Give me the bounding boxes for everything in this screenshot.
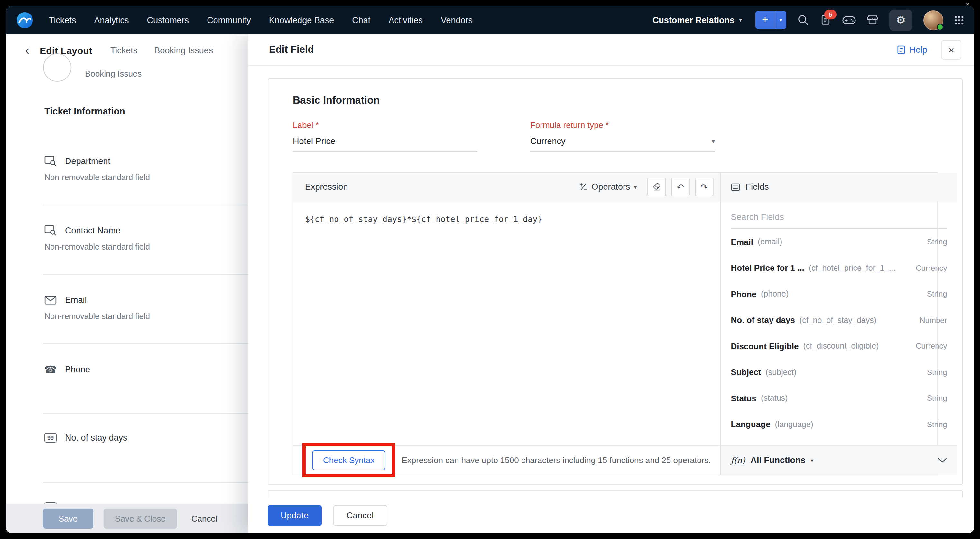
search-fields-input[interactable] (731, 201, 947, 229)
layout-field-no-of-stay-days[interactable]: 99 No. of stay days (43, 413, 248, 483)
help-link[interactable]: Help (897, 45, 927, 54)
basic-information-card: Basic Information Label * (268, 78, 963, 485)
top-navbar: Tickets Analytics Customers Community Kn… (6, 6, 974, 34)
help-label: Help (909, 45, 927, 54)
fields-panel-header: Fields (720, 173, 958, 201)
app-window: Tickets Analytics Customers Community Kn… (6, 6, 974, 533)
edit-layout-panel: ‹ Edit Layout Tickets Booking Issues Boo… (6, 34, 248, 533)
plus-icon[interactable]: + (756, 11, 775, 29)
nav-item-tickets[interactable]: Tickets (49, 15, 76, 25)
field-row-no-of-stay-days[interactable]: No. of stay days (cf_no_of_stay_days) Nu… (731, 307, 947, 333)
chevron-down-icon: ▾ (634, 184, 637, 190)
redo-icon[interactable]: ↷ (695, 178, 714, 196)
field-row-language[interactable]: Language (language) String (731, 411, 947, 437)
operators-icon (579, 183, 587, 191)
back-chevron-icon[interactable]: ‹ (25, 44, 29, 57)
field-note: Non-removable standard field (45, 173, 248, 182)
modal-footer: Update Cancel (248, 497, 974, 533)
layout-field-contact-name[interactable]: Contact Name Non-removable standard fiel… (43, 205, 248, 275)
modal-title: Edit Field (269, 44, 314, 55)
field-note: Non-removable standard field (45, 312, 248, 321)
field-row-discount-eligible[interactable]: Discount Eligible (cf_discount_eligible)… (731, 333, 947, 359)
nav-item-analytics[interactable]: Analytics (94, 15, 129, 25)
nav-item-activities[interactable]: Activities (388, 15, 423, 25)
gamification-icon[interactable] (842, 15, 856, 25)
collapse-chevron-icon[interactable] (937, 457, 947, 463)
expression-footer: Check Syntax Expression can have upto 15… (293, 445, 720, 475)
required-asterisk: * (606, 120, 609, 130)
number-field-icon: 99 (45, 433, 57, 442)
nav-item-vendors[interactable]: Vendors (441, 15, 473, 25)
layout-subheader: Booking Issues (6, 66, 248, 88)
field-row-hotel-price-for-1-day[interactable]: Hotel Price for 1 ... (cf_hotel_price_fo… (731, 255, 947, 281)
lookup-icon (45, 155, 57, 167)
edit-layout-header: ‹ Edit Layout Tickets Booking Issues (6, 34, 248, 66)
online-status-dot (937, 24, 943, 30)
update-button[interactable]: Update (268, 505, 321, 526)
field-row-subject[interactable]: Subject (subject) String (731, 359, 947, 385)
avatar[interactable] (923, 10, 943, 30)
department-label: Customer Relations (652, 15, 735, 25)
modal-header: Edit Field Help × (248, 34, 974, 65)
annotation-highlight-box: Check Syntax (302, 443, 395, 477)
nav-item-customers[interactable]: Customers (147, 15, 189, 25)
field-row-email[interactable]: Email (email) String (731, 229, 947, 255)
layout-field-phone[interactable]: ☎ Phone (43, 344, 248, 413)
label-field-label: Label * (293, 120, 477, 130)
operators-label: Operators (591, 182, 630, 192)
return-type-select[interactable]: Currency ▾ (530, 136, 715, 152)
field-label: No. of stay days (65, 433, 127, 442)
nav-item-knowledge-base[interactable]: Knowledge Base (269, 15, 334, 25)
section-title-ticket-information: Ticket Information (45, 106, 248, 116)
plus-caret-icon[interactable]: ▾ (775, 11, 786, 29)
modal-cancel-button[interactable]: Cancel (333, 505, 387, 526)
modal-body: Basic Information Label * (248, 65, 974, 497)
operators-dropdown[interactable]: Operators ▾ (579, 182, 637, 192)
layout-field-email[interactable]: Email Non-removable standard field (43, 275, 248, 344)
eraser-icon[interactable] (648, 178, 666, 196)
notification-badge: 5 (824, 10, 837, 19)
save-and-close-button[interactable]: Save & Close (103, 509, 177, 528)
undo-icon[interactable]: ↶ (671, 178, 690, 196)
tab-tickets[interactable]: Tickets (110, 45, 138, 55)
field-row-phone[interactable]: Phone (phone) String (731, 281, 947, 307)
expression-title: Expression (305, 182, 348, 192)
layout-field-department[interactable]: Department Non-removable standard field (43, 136, 248, 205)
expression-hint: Expression can have upto 1500 characters… (401, 455, 711, 465)
label-input[interactable] (293, 136, 477, 152)
primary-nav: Tickets Analytics Customers Community Kn… (49, 15, 473, 25)
department-selector[interactable]: Customer Relations ▾ (652, 15, 742, 25)
fields-panel-title: Fields (746, 182, 769, 192)
expression-editor[interactable]: ${cf_no_of_stay_days}*${cf_hotel_price_f… (293, 201, 720, 445)
settings-button[interactable]: ⚙ (889, 10, 912, 30)
apps-grid-icon[interactable] (954, 15, 964, 25)
nav-item-chat[interactable]: Chat (352, 15, 370, 25)
search-icon[interactable] (797, 14, 809, 26)
nav-item-community[interactable]: Community (207, 15, 251, 25)
quick-add-button[interactable]: + ▾ (756, 11, 786, 29)
field-row-status[interactable]: Status (status) String (731, 385, 947, 411)
all-functions-dropdown[interactable]: All Functions (750, 455, 805, 465)
chevron-down-icon: ▾ (712, 138, 715, 145)
screen: × Tickets Analytics Customers Community … (0, 0, 980, 539)
field-note: Non-removable standard field (45, 242, 248, 251)
fields-list-icon (731, 183, 740, 191)
next-section-card-edge (268, 490, 963, 497)
field-row-due-date[interactable]: Due Date (dueDate) DateTime (731, 437, 947, 445)
tab-booking-issues[interactable]: Booking Issues (154, 45, 213, 55)
save-button[interactable]: Save (43, 509, 93, 528)
check-syntax-button[interactable]: Check Syntax (312, 450, 385, 470)
basic-information-title: Basic Information (293, 95, 937, 106)
layout-field-list: Department Non-removable standard field … (6, 136, 248, 533)
navbar-right-cluster: Customer Relations ▾ + ▾ 5 (652, 10, 964, 30)
notifications-icon[interactable]: 5 (820, 14, 831, 26)
gear-icon: ⚙ (896, 13, 906, 27)
expression-header: Expression Operators ▾ (293, 173, 720, 201)
edit-layout-title: Edit Layout (40, 45, 92, 56)
desk-logo-icon[interactable] (16, 11, 33, 29)
marketplace-icon[interactable] (867, 14, 878, 26)
close-icon[interactable]: × (942, 40, 961, 59)
layout-cancel-button[interactable]: Cancel (188, 513, 221, 524)
fx-icon: ƒ(n) (731, 455, 745, 465)
email-icon (45, 294, 57, 305)
